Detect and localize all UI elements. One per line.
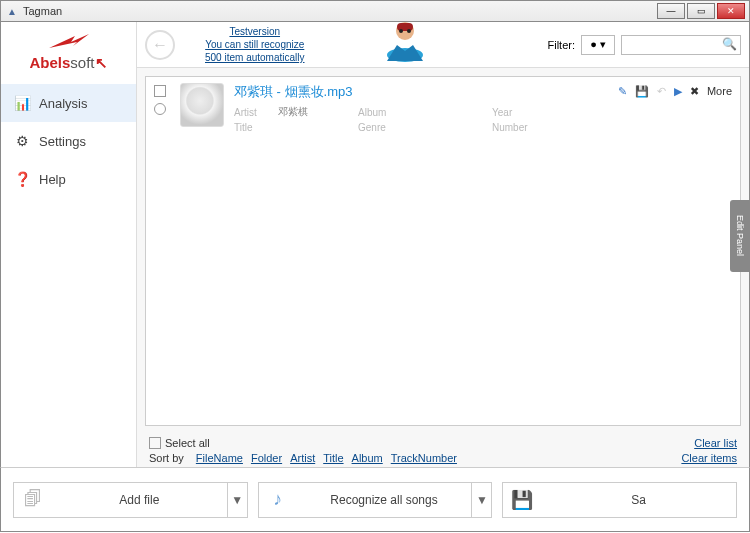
chevron-down-icon[interactable]: ▼ xyxy=(227,483,247,517)
year-label: Year xyxy=(492,107,546,118)
track-row[interactable]: 邓紫琪 - 烟熏妆.mp3 Artist 邓紫棋 Album Year Titl… xyxy=(146,77,740,139)
sort-by-label: Sort by xyxy=(149,452,184,464)
chevron-down-icon[interactable]: ▼ xyxy=(471,483,491,517)
clear-items-link[interactable]: Clear items xyxy=(681,452,737,464)
titlebar: ▲ Tagman — ▭ ✕ xyxy=(0,0,750,22)
more-link[interactable]: More xyxy=(707,85,732,97)
filter-dropdown[interactable]: ● ▾ xyxy=(581,35,615,55)
edit-panel-tab[interactable]: Edit Panel xyxy=(730,200,750,272)
files-icon: 🗐 xyxy=(14,489,52,510)
main-area: Abelssoft↖ 📊 Analysis ⚙ Settings ❓ Help … xyxy=(0,22,750,467)
sidebar-item-label: Help xyxy=(39,172,66,187)
sidebar-item-analysis[interactable]: 📊 Analysis xyxy=(1,84,136,122)
maximize-button[interactable]: ▭ xyxy=(687,3,715,19)
clear-list-link[interactable]: Clear list xyxy=(694,437,737,449)
sidebar-item-label: Settings xyxy=(39,134,86,149)
promo-link-3[interactable]: 500 item automatically xyxy=(205,51,305,64)
select-all-checkbox[interactable] xyxy=(149,437,161,449)
brand-logo: Abelssoft↖ xyxy=(1,28,136,84)
sort-tracknumber[interactable]: TrackNumber xyxy=(391,452,457,464)
minimize-button[interactable]: — xyxy=(657,3,685,19)
sidebar-item-help[interactable]: ❓ Help xyxy=(1,160,136,198)
filter-label: Filter: xyxy=(548,39,576,51)
undo-icon[interactable]: ↶ xyxy=(657,85,666,98)
sort-folder[interactable]: Folder xyxy=(251,452,282,464)
track-filename: 邓紫琪 - 烟熏妆.mp3 xyxy=(234,83,608,101)
svg-rect-2 xyxy=(397,23,413,31)
sort-filename[interactable]: FileName xyxy=(196,452,243,464)
track-radio[interactable] xyxy=(154,103,166,115)
svg-point-3 xyxy=(399,29,403,33)
remove-icon[interactable]: ✖ xyxy=(690,85,699,98)
help-icon: ❓ xyxy=(13,170,31,188)
album-label: Album xyxy=(358,107,412,118)
back-button[interactable]: ← xyxy=(145,30,175,60)
close-button[interactable]: ✕ xyxy=(717,3,745,19)
play-icon[interactable]: ▶ xyxy=(674,85,682,98)
save-label: Sa xyxy=(541,493,736,507)
promo-text: Testversion You can still recognize 500 … xyxy=(205,25,305,64)
sort-links: FileName Folder Artist Title Album Track… xyxy=(196,452,457,464)
sort-album[interactable]: Album xyxy=(352,452,383,464)
gear-icon: ⚙ xyxy=(13,132,31,150)
number-label: Number xyxy=(492,122,546,133)
bottom-toolbar: 🗐 Add file ▼ ♪ Recognize all songs ▼ 💾 S… xyxy=(0,467,750,532)
track-checkbox[interactable] xyxy=(154,85,166,97)
sidebar: Abelssoft↖ 📊 Analysis ⚙ Settings ❓ Help xyxy=(1,22,136,467)
chart-icon: 📊 xyxy=(13,94,31,112)
artist-label: Artist xyxy=(234,107,278,118)
svg-point-4 xyxy=(407,29,411,33)
save-icon[interactable]: 💾 xyxy=(635,85,649,98)
title-label: Title xyxy=(234,122,278,133)
recognize-button[interactable]: ♪ Recognize all songs ▼ xyxy=(258,482,493,518)
search-icon: 🔍 xyxy=(722,37,737,51)
app-icon: ▲ xyxy=(5,4,19,18)
note-icon: ♪ xyxy=(259,489,297,510)
content-header: ← Testversion You can still recognize 50… xyxy=(137,22,749,68)
sidebar-item-label: Analysis xyxy=(39,96,87,111)
sort-artist[interactable]: Artist xyxy=(290,452,315,464)
save-button[interactable]: 💾 Sa xyxy=(502,482,737,518)
list-footer: Select all Clear list xyxy=(137,434,749,452)
track-list: 邓紫琪 - 烟熏妆.mp3 Artist 邓紫棋 Album Year Titl… xyxy=(145,76,741,426)
filter-area: Filter: ● ▾ 🔍 xyxy=(548,35,742,55)
add-file-button[interactable]: 🗐 Add file ▼ xyxy=(13,482,248,518)
mascot-icon xyxy=(383,17,427,67)
disk-icon: 💾 xyxy=(503,489,541,511)
sort-title[interactable]: Title xyxy=(323,452,343,464)
sort-footer: Sort by FileName Folder Artist Title Alb… xyxy=(137,452,749,467)
track-details: 邓紫琪 - 烟熏妆.mp3 Artist 邓紫棋 Album Year Titl… xyxy=(234,83,608,133)
window-controls: — ▭ ✕ xyxy=(657,3,745,19)
sidebar-item-settings[interactable]: ⚙ Settings xyxy=(1,122,136,160)
add-file-label: Add file xyxy=(52,493,227,507)
window-title: Tagman xyxy=(23,5,657,17)
select-all-label: Select all xyxy=(165,437,210,449)
row-actions: ✎ 💾 ↶ ▶ ✖ More xyxy=(618,83,732,133)
album-art xyxy=(180,83,224,127)
recognize-label: Recognize all songs xyxy=(297,493,472,507)
promo-link-1[interactable]: Testversion xyxy=(205,25,305,38)
brand-text: Abelssoft↖ xyxy=(1,54,136,72)
content-area: ← Testversion You can still recognize 50… xyxy=(136,22,749,467)
edit-icon[interactable]: ✎ xyxy=(618,85,627,98)
artist-value: 邓紫棋 xyxy=(278,105,358,119)
row-selectors xyxy=(154,83,170,133)
genre-label: Genre xyxy=(358,122,412,133)
promo-link-2[interactable]: You can still recognize xyxy=(205,38,305,51)
